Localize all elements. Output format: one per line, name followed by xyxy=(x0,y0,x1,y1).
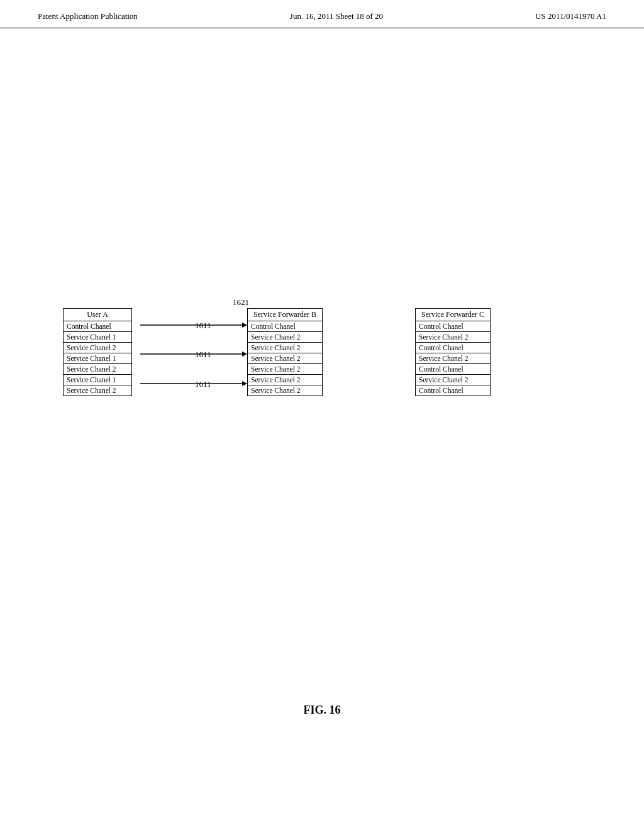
page-header: Patent Application Publication Jun. 16, … xyxy=(0,0,644,28)
forwarder-b-row-2: Service Chanel 2 xyxy=(248,343,322,353)
forwarder-b-row-3: Service Chanel 2 xyxy=(248,353,322,364)
fig-caption: FIG. 16 xyxy=(0,704,644,717)
forwarder-c-title: Service Forwarder C xyxy=(416,309,490,321)
user-a-row-1: Service Chanel 1 xyxy=(64,332,131,343)
forwarder-b-row-5: Service Chanel 2 xyxy=(248,375,322,385)
svg-text:1611: 1611 xyxy=(195,350,211,359)
svg-text:1611: 1611 xyxy=(195,321,211,330)
forwarder-c-row-0: Control Chanel xyxy=(416,321,490,332)
forwarder-c-row-2: Control Chanel xyxy=(416,343,490,353)
forwarder-c-row-4: Control Chanel xyxy=(416,364,490,375)
user-a-box: User A Control Chanel Service Chanel 1 S… xyxy=(63,308,132,396)
forwarder-c-box: Service Forwarder C Control Chanel Servi… xyxy=(415,308,491,396)
forwarder-b-title: Service Forwarder B xyxy=(248,309,322,321)
forwarder-b-row-6: Service Chanel 2 xyxy=(248,385,322,396)
forwarder-c-row-1: Service Chanel 2 xyxy=(416,332,490,343)
forwarder-b-row-1: Service Chanel 2 xyxy=(248,332,322,343)
header-right: US 2011/0141970 A1 xyxy=(535,11,606,21)
forwarder-c-row-3: Service Chanel 2 xyxy=(416,353,490,364)
forwarder-c-row-5: Service Chanel 2 xyxy=(416,375,490,385)
user-a-row-6: Service Chanel 2 xyxy=(64,385,131,396)
forwarder-b-row-4: Service Chanel 2 xyxy=(248,364,322,375)
svg-marker-9 xyxy=(242,381,247,386)
forwarder-b-box: Service Forwarder B Control Chanel Servi… xyxy=(247,308,323,396)
svg-text:1611: 1611 xyxy=(195,379,211,389)
header-left: Patent Application Publication xyxy=(38,11,138,21)
svg-marker-3 xyxy=(242,323,247,328)
forwarder-c-row-6: Control Chanel xyxy=(416,385,490,396)
forwarder-b-row-0: Control Chanel xyxy=(248,321,322,332)
user-a-row-0: Control Chanel xyxy=(64,321,131,332)
svg-marker-6 xyxy=(242,351,247,357)
user-a-row-4: Service Chanel 2 xyxy=(64,364,131,375)
svg-text:1621: 1621 xyxy=(233,297,249,307)
header-center: Jun. 16, 2011 Sheet 18 of 20 xyxy=(290,11,383,21)
user-a-row-2: Service Chanel 2 xyxy=(64,343,131,353)
user-a-row-3: Service Chanel 1 xyxy=(64,353,131,364)
user-a-title: User A xyxy=(64,309,131,321)
user-a-row-5: Service Chanel 1 xyxy=(64,375,131,385)
